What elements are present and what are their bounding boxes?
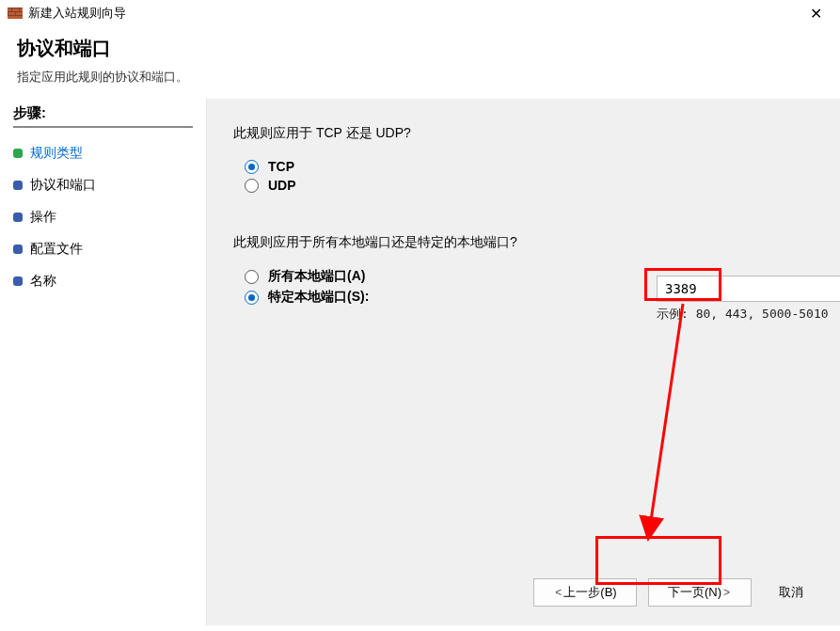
next-button[interactable]: 下一页(N) >: [648, 578, 752, 607]
step-name[interactable]: 名称: [13, 265, 193, 297]
radio-label: 所有本地端口(A): [268, 268, 365, 285]
bullet-icon: [13, 181, 23, 190]
steps-sidebar: 步骤: 规则类型 协议和端口 操作 配置文件 名称: [0, 99, 207, 625]
radio-label: UDP: [268, 178, 296, 193]
chevron-right-icon: >: [723, 586, 730, 599]
button-label: 上一步(B): [563, 584, 616, 601]
main-panel: 此规则应用于 TCP 还是 UDP? TCP UDP 此规则应用于所有本地端口还…: [207, 99, 840, 625]
wizard-buttons: < 上一步(B) 下一页(N) > 取消: [533, 578, 819, 607]
svg-rect-3: [8, 15, 23, 16]
firewall-icon: [8, 6, 23, 21]
radio-udp[interactable]: UDP: [245, 178, 814, 193]
window-title: 新建入站规则向导: [28, 5, 799, 22]
svg-rect-4: [11, 8, 12, 11]
step-protocol-ports[interactable]: 协议和端口: [13, 169, 193, 201]
svg-rect-6: [15, 11, 16, 15]
bullet-icon: [13, 245, 23, 254]
svg-rect-7: [8, 11, 8, 15]
bullet-icon: [13, 149, 23, 158]
radio-icon: [245, 291, 259, 305]
steps-heading: 步骤:: [13, 104, 193, 128]
radio-icon: [245, 270, 259, 284]
step-action[interactable]: 操作: [13, 201, 193, 233]
port-input[interactable]: [657, 276, 840, 302]
step-label: 配置文件: [30, 241, 83, 258]
radio-tcp[interactable]: TCP: [245, 159, 814, 174]
port-example: 示例: 80, 443, 5000-5010: [657, 306, 840, 323]
svg-rect-5: [19, 8, 20, 11]
bullet-icon: [13, 276, 23, 286]
step-label: 规则类型: [30, 145, 83, 162]
cancel-button[interactable]: 取消: [763, 578, 819, 607]
radio-label: 特定本地端口(S):: [268, 289, 369, 306]
page-subtitle: 指定应用此规则的协议和端口。: [17, 69, 823, 86]
page-header: 协议和端口 指定应用此规则的协议和端口。: [0, 26, 840, 99]
page-title: 协议和端口: [17, 36, 823, 61]
step-label: 操作: [30, 209, 56, 226]
radio-label: TCP: [268, 159, 294, 174]
step-label: 名称: [30, 273, 56, 290]
svg-line-8: [649, 304, 683, 533]
svg-rect-1: [8, 8, 23, 8]
step-rule-type[interactable]: 规则类型: [13, 137, 193, 169]
port-input-row: 示例: 80, 443, 5000-5010: [657, 276, 840, 323]
bullet-icon: [13, 213, 23, 222]
question-protocol: 此规则应用于 TCP 还是 UDP?: [233, 125, 814, 142]
radio-icon: [245, 160, 259, 174]
close-button[interactable]: ✕: [799, 5, 832, 23]
step-profile[interactable]: 配置文件: [13, 233, 193, 265]
button-label: 取消: [779, 584, 803, 601]
question-ports: 此规则应用于所有本地端口还是特定的本地端口?: [233, 234, 814, 251]
step-label: 协议和端口: [30, 177, 96, 194]
back-button[interactable]: < 上一步(B): [533, 578, 637, 607]
button-label: 下一页(N): [668, 584, 721, 601]
radio-icon: [245, 179, 259, 193]
chevron-left-icon: <: [555, 586, 562, 599]
titlebar: 新建入站规则向导 ✕: [0, 0, 840, 26]
